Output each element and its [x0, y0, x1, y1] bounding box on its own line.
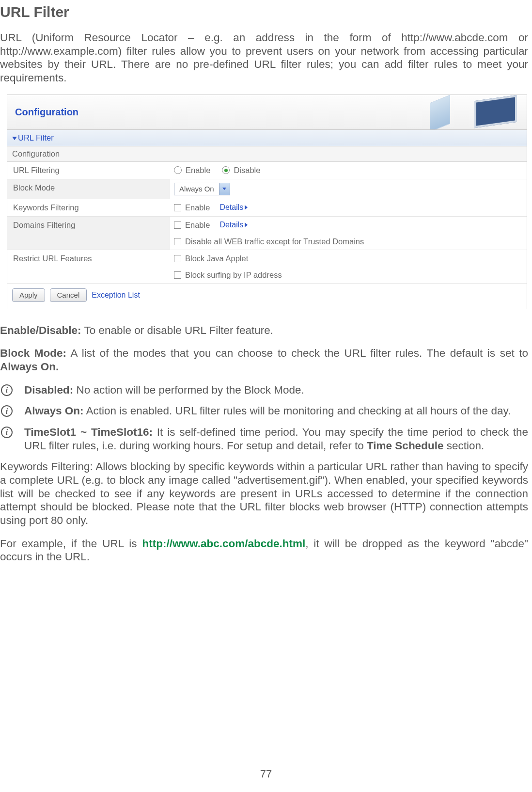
radio-enable[interactable] [174, 166, 182, 174]
page-number: 77 [0, 768, 532, 780]
bullet-timeslot: i TimeSlot1 ~ TimeSlot16: It is self-def… [0, 426, 528, 452]
row-block-mode: Block Mode Always On [7, 179, 527, 199]
keywords-details-link[interactable]: Details [219, 203, 248, 212]
triangle-right-icon [245, 222, 248, 227]
label-keywords: Keywords Filtering [7, 199, 170, 216]
label-restrict: Restrict URL Features [7, 250, 170, 267]
configuration-label: Configuration [15, 107, 78, 118]
page-title: URL Filter [0, 4, 528, 20]
row-domains: Domains Filtering Enable Details [7, 217, 527, 234]
button-row: Apply Cancel Exception List [7, 284, 527, 309]
panel-header: Configuration [7, 95, 527, 130]
intro-paragraph: URL (Uniform Resource Locator – e.g. an … [0, 31, 528, 85]
config-panel: Configuration URL Filter Configuration U… [7, 95, 527, 309]
chevron-down-icon [219, 183, 230, 195]
apply-button[interactable]: Apply [12, 288, 45, 302]
row-url-filtering: URL Filtering Enable Disable [7, 162, 527, 179]
keywords-para: Keywords Filtering: Allows blocking by s… [0, 460, 528, 527]
computer-tower-icon [430, 96, 454, 128]
checkbox-domains-label: Enable [185, 221, 210, 230]
row-restrict: Restrict URL Features Block Java Applet [7, 250, 527, 267]
checkbox-disable-web[interactable] [174, 238, 181, 245]
radio-disable-label: Disable [234, 166, 260, 175]
radio-enable-label: Enable [186, 166, 210, 175]
checkbox-keywords-label: Enable [185, 203, 210, 212]
block-mode-select[interactable]: Always On [174, 183, 230, 195]
checkbox-ip[interactable] [174, 271, 181, 279]
checkbox-ip-label: Block surfing by IP address [185, 270, 282, 280]
triangle-right-icon [245, 205, 248, 210]
block-mode-value: Always On [174, 185, 219, 193]
section-header[interactable]: URL Filter [7, 130, 527, 146]
example-para: For example, if the URL is http://www.ab… [0, 537, 528, 564]
block-mode-para: Block Mode: A list of the modes that you… [0, 347, 528, 373]
checkbox-java-label: Block Java Applet [185, 254, 248, 263]
info-icon: i [1, 405, 13, 417]
domains-details-link[interactable]: Details [219, 221, 248, 229]
monitor-icon [467, 96, 520, 128]
section-title: URL Filter [18, 133, 54, 142]
label-url-filtering: URL Filtering [7, 162, 170, 179]
checkbox-domains-enable[interactable] [174, 222, 181, 229]
checkbox-disable-web-label: Disable all WEB traffic except for Trust… [185, 237, 364, 246]
checkbox-keywords-enable[interactable] [174, 204, 181, 211]
exception-list-link[interactable]: Exception List [92, 291, 140, 300]
sub-header: Configuration [7, 146, 527, 162]
bullet-always-on: i Always On: Action is enabled. URL filt… [0, 404, 528, 418]
collapse-icon [12, 137, 17, 140]
row-keywords: Keywords Filtering Enable Details [7, 199, 527, 217]
label-block-mode: Block Mode [7, 179, 170, 199]
info-icon: i [1, 427, 13, 438]
enable-disable-para: Enable/Disable: To enable or disable URL… [0, 324, 528, 337]
bullet-disabled: i Disabled: No action will be performed … [0, 383, 528, 397]
row-domains-extra: Disable all WEB traffic except for Trust… [7, 234, 527, 250]
row-restrict-extra: Block surfing by IP address [7, 267, 527, 284]
cancel-button[interactable]: Cancel [50, 288, 87, 302]
info-icon: i [1, 384, 13, 396]
label-domains: Domains Filtering [7, 217, 170, 234]
radio-disable[interactable] [222, 166, 230, 174]
checkbox-java[interactable] [174, 255, 181, 262]
